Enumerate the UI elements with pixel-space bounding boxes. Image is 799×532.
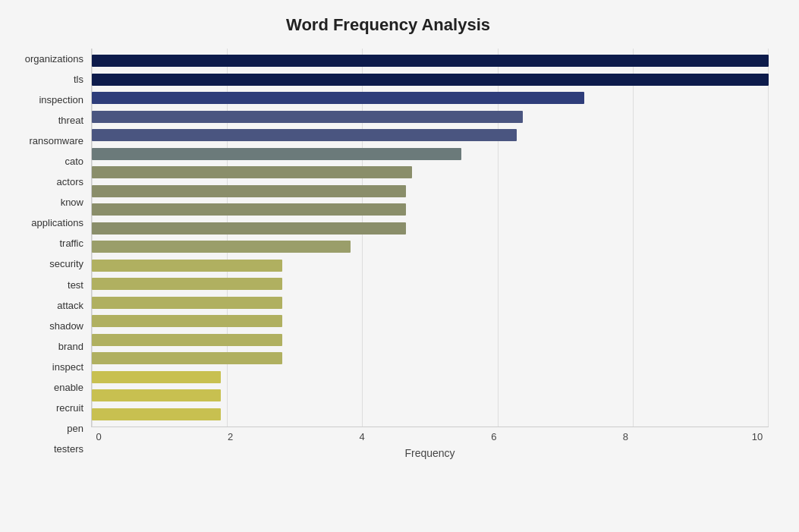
bar-row — [92, 405, 769, 424]
bar — [92, 260, 282, 272]
bar-row — [92, 219, 769, 238]
bar-row — [92, 182, 769, 201]
chart-area: organizationstlsinspectionthreatransomwa… — [8, 49, 769, 459]
y-label: ransomware — [29, 136, 83, 146]
x-tick: 0 — [91, 431, 106, 442]
bar — [92, 148, 461, 160]
x-tick: 2 — [223, 431, 238, 442]
y-label: actors — [57, 177, 83, 187]
y-label: cato — [64, 156, 83, 166]
bar — [92, 203, 406, 216]
bar-row — [92, 349, 769, 368]
bar-row — [92, 257, 769, 275]
bar-row — [92, 238, 769, 257]
bar — [92, 74, 769, 86]
bar — [92, 222, 406, 235]
y-label: traffic — [59, 238, 83, 248]
bar-row — [92, 275, 769, 294]
x-tick: 10 — [750, 431, 765, 442]
chart-title: Word Frequency Analysis — [8, 15, 769, 35]
bar — [92, 315, 282, 327]
bar-row — [92, 368, 769, 387]
y-label: shadow — [49, 321, 83, 331]
bar — [92, 55, 769, 67]
bar — [92, 278, 282, 290]
bar — [92, 185, 406, 197]
bar-row — [92, 331, 769, 350]
bar — [92, 297, 282, 309]
bar — [92, 129, 517, 141]
y-label: pen — [67, 423, 83, 433]
bar-row — [92, 294, 769, 313]
y-label: security — [49, 259, 83, 269]
x-axis-label: Frequency — [91, 447, 769, 459]
bar — [92, 334, 282, 346]
bar-row — [92, 163, 769, 182]
y-axis: organizationstlsinspectionthreatransomwa… — [8, 49, 91, 459]
bar-row — [92, 126, 769, 145]
y-label: applications — [31, 218, 83, 228]
y-label: know — [61, 197, 83, 207]
bar-row — [92, 200, 769, 219]
y-label: attack — [57, 301, 83, 310]
bar-row — [92, 386, 769, 405]
bar-row — [92, 108, 769, 127]
bar — [92, 111, 523, 123]
x-tick: 6 — [486, 431, 502, 442]
bars-area — [91, 49, 769, 427]
y-label: test — [68, 280, 83, 290]
bar-row — [92, 89, 769, 108]
bar — [92, 389, 221, 401]
chart-container: Word Frequency Analysis organizationstls… — [0, 0, 799, 532]
y-label: brand — [58, 342, 83, 351]
bar — [92, 371, 221, 383]
bar — [92, 92, 584, 104]
y-label: threat — [58, 115, 83, 125]
y-label: recruit — [56, 403, 83, 413]
bar — [92, 241, 351, 253]
bar-row — [92, 71, 769, 90]
y-label: tls — [74, 74, 83, 84]
bar-row — [92, 145, 769, 164]
bar — [92, 166, 412, 178]
bars-and-x: 0246810 Frequency — [91, 49, 769, 459]
y-label: organizations — [25, 54, 83, 64]
bar — [92, 408, 221, 420]
y-label: enable — [54, 382, 83, 392]
y-label: testers — [54, 444, 83, 454]
x-tick: 8 — [618, 431, 633, 442]
x-tick: 4 — [354, 431, 370, 442]
bar-row — [92, 52, 769, 71]
bar — [92, 352, 282, 364]
bars-list — [92, 49, 769, 427]
y-label: inspect — [52, 362, 83, 372]
y-label: inspection — [39, 95, 83, 105]
x-axis: 0246810 — [91, 431, 769, 442]
bar-row — [92, 312, 769, 331]
